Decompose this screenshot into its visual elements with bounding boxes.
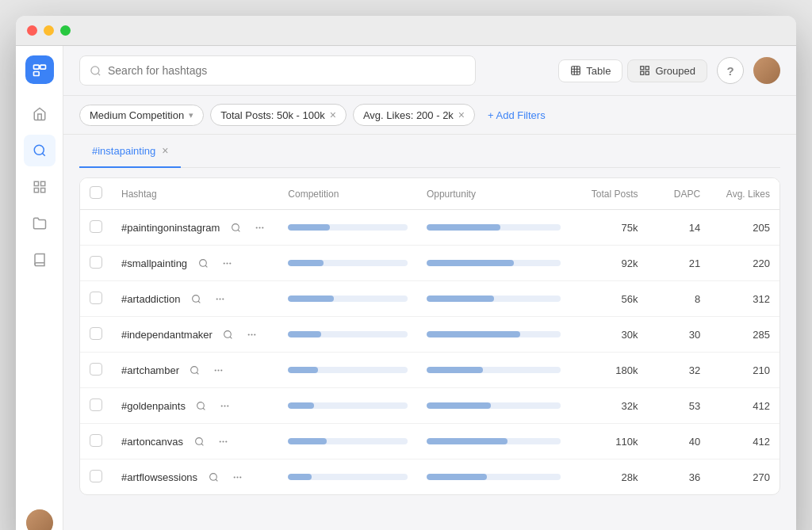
row-avg-likes-6: 412 [710,424,779,459]
search-action-0[interactable] [226,218,245,237]
table-body: #paintingoninstagram [80,210,779,495]
svg-point-22 [199,259,206,266]
svg-point-42 [197,402,205,409]
svg-line-43 [203,408,205,410]
row-dapc-1: 21 [648,246,710,281]
svg-point-49 [220,440,220,441]
row-opportunity-1 [417,246,570,281]
table-row: #artflowsessions [80,459,779,495]
table-row: #artaddiction [80,281,779,317]
more-action-5[interactable] [216,396,235,415]
sidebar-item-library[interactable] [24,244,56,276]
more-action-6[interactable] [213,432,232,451]
filter-bar: Medium Competition ▾ Total Posts: 50k - … [63,96,796,135]
row-checkbox-3[interactable] [90,327,102,340]
sidebar-item-folder[interactable] [24,208,56,239]
row-checkbox-6[interactable] [90,434,102,447]
search-action-2[interactable] [186,289,205,308]
more-action-0[interactable] [250,218,269,237]
hashtag-text-2: #artaddiction [121,293,180,305]
search-action-7[interactable] [204,467,223,486]
row-checkbox-0[interactable] [90,220,102,233]
svg-rect-8 [572,67,580,75]
search-action-4[interactable] [186,360,205,379]
total-posts-filter-label: Total Posts: 50k - 100k [220,109,325,121]
total-posts-filter[interactable]: Total Posts: 50k - 100k × [210,104,347,126]
row-checkbox-cell [80,281,112,317]
add-filters-button[interactable]: + Add Filters [481,105,552,125]
tab-bar: #instapainting × [79,135,780,168]
more-action-4[interactable] [209,360,228,379]
tab-close-icon[interactable]: × [162,144,168,157]
app-body: Table Grouped ? [16,46,796,530]
sidebar-item-home[interactable] [24,98,56,130]
content-area: #instapainting × Hashtag [63,135,796,530]
competition-filter[interactable]: Medium Competition ▾ [79,105,204,126]
tab-label: #instapainting [92,145,155,157]
sidebar-item-search[interactable] [24,135,56,166]
sidebar [16,46,63,530]
row-actions-5 [192,396,235,415]
svg-point-39 [216,369,216,370]
row-dapc-0: 14 [648,210,710,246]
svg-rect-2 [34,181,38,185]
hashtag-text-6: #artoncanvas [121,436,183,448]
help-button[interactable]: ? [717,57,744,84]
total-posts-close-icon[interactable]: × [330,109,336,121]
header-total-posts: Total Posts [570,178,647,210]
minimize-button[interactable] [44,25,54,36]
row-checkbox-cell [80,317,112,353]
row-checkbox-1[interactable] [90,256,102,269]
more-action-7[interactable] [228,467,247,486]
search-action-6[interactable] [190,432,209,451]
row-total-posts-7: 28k [570,459,647,495]
header-hashtag: Hashtag [112,178,278,210]
svg-point-45 [224,405,225,406]
avg-likes-filter[interactable]: Avg. Likes: 200 - 2k × [353,104,475,126]
maximize-button[interactable] [60,25,71,36]
table-row: #goldenpaints [80,388,779,424]
row-total-posts-4: 180k [570,353,647,388]
user-avatar[interactable] [753,57,780,84]
grouped-view-button[interactable]: Grouped [627,59,707,82]
row-dapc-5: 53 [648,388,710,424]
svg-point-54 [234,476,235,477]
avg-likes-filter-label: Avg. Likes: 200 - 2k [363,109,454,121]
row-hashtag-cell-4: #artchamber [112,353,278,388]
search-action-5[interactable] [192,396,211,415]
more-action-3[interactable] [243,325,262,344]
row-checkbox-2[interactable] [90,292,102,304]
sidebar-avatar[interactable] [26,509,53,530]
row-hashtag-cell-1: #smallpainting [112,246,278,281]
row-checkbox-7[interactable] [90,470,102,482]
row-total-posts-3: 30k [570,317,647,353]
home-icon [33,107,47,121]
svg-point-19 [256,227,257,227]
sidebar-item-analytics[interactable] [24,171,56,203]
table-view-button[interactable]: Table [558,59,622,82]
tab-instapainting[interactable]: #instapainting × [79,135,181,168]
row-actions-0 [226,218,269,237]
search-action-3[interactable] [219,325,238,344]
row-checkbox-5[interactable] [90,398,102,411]
row-total-posts-2: 56k [570,281,647,317]
search-input[interactable] [108,64,465,77]
header-checkbox-cell [80,178,112,210]
svg-point-31 [223,298,224,299]
svg-point-40 [218,369,219,370]
chevron-down-icon: ▾ [189,110,193,120]
select-all-checkbox[interactable] [90,186,102,199]
app-logo[interactable] [25,55,54,84]
row-checkbox-4[interactable] [90,363,102,376]
search-bar[interactable] [79,55,476,86]
more-action-1[interactable] [217,254,236,273]
avg-likes-close-icon[interactable]: × [458,109,465,121]
title-bar [16,16,796,46]
row-opportunity-2 [417,281,570,317]
row-competition-4 [278,353,417,388]
row-checkbox-cell [80,353,112,388]
close-button[interactable] [27,25,37,36]
row-dapc-6: 40 [648,424,710,459]
more-action-2[interactable] [210,289,229,308]
search-action-1[interactable] [193,254,213,273]
